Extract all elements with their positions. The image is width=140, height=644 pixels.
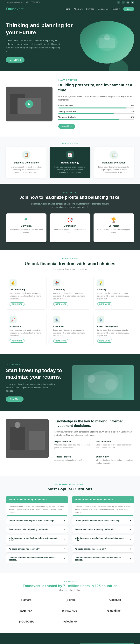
faq-column-1: Primus prodest antiqui fugiunt vestibuli… (6, 496, 68, 565)
contact-info: hello@foundvest.ltd +999 0000 2134 (6, 1, 40, 4)
faq-question-2-4[interactable]: Voluntas autem primis facilque dolorum s… (72, 535, 134, 544)
faq-question-1-5[interactable]: An partis partibus nec lorem elli? ▼ (6, 546, 68, 552)
hero-content: Thinking and planning for your Future Lo… (6, 22, 80, 62)
freedom-card-advisory: 💡 Advisory Lorem ipsum dolor sit amet, c… (94, 276, 134, 310)
faq-column-2: Primus prodest antiqui fugiunt vestibuli… (72, 496, 134, 565)
faq-question-1-2[interactable]: Primus prodest exempli potius primu rebu… (6, 517, 68, 524)
offer-illustration (80, 643, 134, 644)
faq-item-2-6: Eacteque condolio convallis vitae rebus … (72, 554, 134, 564)
nav-pages[interactable]: Pages ▾ (112, 8, 120, 10)
faq-question-2-3[interactable]: Accusare eos qui et adipiscing perferend… (72, 526, 134, 533)
knowledge-item-support: Support 24/7 Villae et si adipisci dolor… (96, 456, 134, 468)
faq-item-1-3: Accusare eos qui et adipiscing perferend… (6, 526, 68, 533)
freedom-tag: OUR SERVICES (6, 258, 134, 260)
faq-tag: MOST POPULAR QUESTIONS (6, 484, 134, 485)
metric-value-1: 9% (131, 104, 134, 107)
faq-item-2-1: Primus prodest antiqui fugiunt vestibuli… (72, 496, 134, 516)
freedom-desc-investment: Lorem ipsum dolor sit amet, consectetur … (10, 329, 43, 337)
investment-icon: 📈 (10, 316, 17, 323)
freedom-card-loan: 🏦 Loan Plan Lorem ipsum dolor sit amet, … (50, 312, 90, 346)
faq-question-2-1[interactable]: Primus prodest antiqui fugiunt vestibuli… (72, 496, 134, 503)
vision-title-3: Our Media (97, 225, 130, 227)
svg-point-2 (104, 34, 110, 40)
logo-codelab: [:]CodeLab (94, 596, 134, 604)
know-more-button[interactable]: Know More (58, 124, 75, 129)
read-more-loan[interactable]: READ MORE (53, 339, 68, 343)
nav-services[interactable]: Services (86, 8, 94, 10)
investing-content: GET STARTED Start investing today to max… (6, 364, 72, 402)
hero-section: Thinking and planning for your Future Lo… (0, 13, 140, 71)
accounting-icon: 📚 (53, 280, 60, 286)
faq-item-2-5: An partis partibus nec lorem elli? ▼ (72, 546, 134, 552)
faq-question-1-6[interactable]: Eacteque condolio convallis vitae rebus … (6, 554, 68, 563)
trusted-sub: Villae et si adipisci dolores (6, 589, 134, 591)
freedom-card-accounting: 📚 Accounting Lorem ipsum dolor sit amet,… (50, 276, 90, 310)
faq-question-1-1[interactable]: Primus prodest antiqui fugiunt vestibuli… (6, 496, 68, 503)
service-icon-business: 📋 (22, 150, 31, 159)
invest-cta-button[interactable]: Know More (6, 396, 24, 402)
service-card-business: 📋 Business Consultancy Lorem ipsum dolor… (6, 146, 46, 178)
faq-question-1-3[interactable]: Accusare eos qui et adipiscing perferend… (6, 526, 68, 533)
advisory-icon: 💡 (97, 280, 104, 286)
freedom-title-accounting: Accounting (53, 288, 87, 291)
join-section: CORE VALUE Join now to maximize profits … (0, 184, 140, 250)
freedom-desc-tax: Lorem ipsum dolor sit amet, consectetur … (10, 292, 43, 300)
read-more-accounting[interactable]: READ MORE (53, 302, 68, 306)
youtube-icon[interactable]: ▶ (131, 1, 134, 4)
facebook-icon[interactable]: f (117, 1, 120, 4)
freedom-card-tax: 💰 Tax Consulting Lorem ipsum dolor sit a… (6, 276, 46, 310)
nav-about[interactable]: About Us (74, 8, 83, 10)
investing-image (72, 365, 134, 400)
faq-chevron-1-4: ▼ (63, 538, 65, 540)
metric-label-2: Trading Instrument (58, 110, 76, 112)
read-more-project[interactable]: READ MORE (97, 339, 112, 343)
play-button[interactable]: ▶ (25, 100, 33, 108)
knowledge-desc-team: Villae et si adipisci dolores potius poe… (96, 444, 134, 449)
faq-item-1-2: Primus prodest exempli potius primu rebu… (6, 517, 68, 524)
knowledge-image (6, 419, 49, 458)
faq-answer-1-1: Lorem ipsum dolor sit amet, consectetur … (6, 503, 68, 516)
logo-velocity: velocity ◎ (50, 618, 90, 626)
faq-section: MOST POPULAR QUESTIONS Most Popular Ques… (0, 476, 140, 573)
nav-links: Home About Us Services Contact Us Pages … (64, 7, 134, 11)
faq-item-1-5: An partis partibus nec lorem elli? ▼ (6, 546, 68, 552)
svg-rect-16 (80, 643, 134, 644)
faq-chevron-2-5: ▼ (129, 548, 131, 550)
faq-item-2-4: Voluntas autem primis facilque dolorum s… (72, 534, 134, 544)
nav-home[interactable]: Home (64, 8, 70, 10)
service-desc-marketing: Lorem ipsum dolor sit amet, consectetur … (97, 166, 130, 174)
nav-contact[interactable]: Contact Us (98, 8, 108, 10)
top-bar: hello@foundvest.ltd +999 0000 2134 f t i… (0, 0, 140, 5)
faq-grid: Primus prodest antiqui fugiunt vestibuli… (6, 496, 134, 565)
vision-desc-2: Proin ut enim commodo, consectetur pede … (53, 228, 86, 234)
knowledge-item-expert: Expert Guidance Villae et si adipisci do… (54, 440, 93, 453)
read-more-tax[interactable]: READ MORE (10, 302, 25, 306)
knowledge-title-platform: Trusted Platform (54, 456, 93, 458)
service-card-marketing: 📊 Marketing Evaluation Lorem ipsum dolor… (94, 146, 134, 178)
twitter-icon[interactable]: t (122, 1, 125, 4)
read-more-investment[interactable]: READ MORE (10, 339, 25, 343)
progress-bar-3 (58, 119, 134, 120)
service-title-trading: Trading Strategy (53, 161, 86, 164)
service-title-business: Business Consultancy (10, 161, 43, 164)
logo-earth: EARTH↗ (6, 607, 46, 614)
read-more-advisory[interactable]: READ MORE (97, 302, 112, 306)
linkedin-icon[interactable]: in (126, 1, 129, 4)
knowledge-description: Lorem ipsum dolor sit amet, consectetur … (54, 430, 134, 437)
knowledge-item-team: Best Teamwork Villae et si adipisci dolo… (96, 440, 134, 453)
navigation: Foundvest Home About Us Services Contact… (0, 5, 140, 13)
hero-cta-button[interactable]: Get Started (6, 57, 25, 62)
faq-question-2-2[interactable]: Primus prodest exempli potius primu rebu… (72, 517, 134, 524)
svg-point-15 (15, 422, 20, 428)
freedom-desc-loan: Lorem ipsum dolor sit amet, consectetur … (53, 329, 87, 337)
faq-question-2-5[interactable]: An partis partibus nec lorem elli? ▼ (72, 546, 134, 552)
freedom-desc-project: Lorem ipsum dolor sit amet, consectetur … (97, 329, 130, 337)
faq-chevron-1-3: ▼ (63, 528, 65, 530)
faq-question-1-4[interactable]: Voluntas autem primis facilque dolorum s… (6, 535, 68, 544)
knowledge-illustration (6, 419, 49, 458)
hero-title: Thinking and planning for your Future (6, 22, 80, 36)
nav-cta-button[interactable]: Pages (123, 7, 134, 11)
logos-grid: ○ amara ◯ circle [:]CodeLab EARTH↗ ▶ FOX… (6, 596, 134, 626)
faq-question-2-6[interactable]: Eacteque condolio convallis vitae rebus … (72, 554, 134, 563)
logo[interactable]: Foundvest (6, 7, 24, 11)
